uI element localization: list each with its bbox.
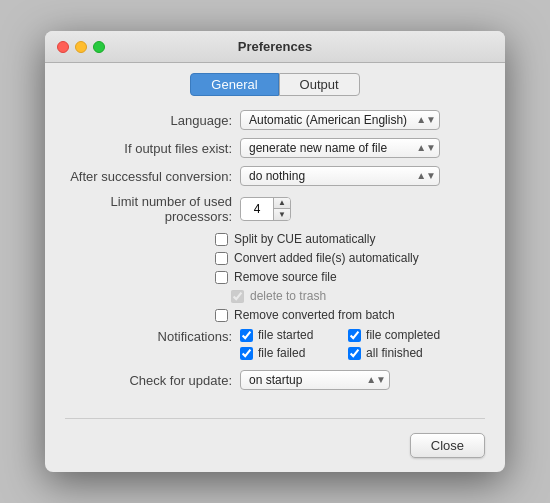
tab-general[interactable]: General	[190, 73, 278, 96]
notif-file-started: file started	[240, 328, 332, 342]
after-conversion-row: After successful conversion: do nothing …	[65, 166, 485, 186]
remove-source-checkbox[interactable]	[215, 271, 228, 284]
remove-batch-checkbox[interactable]	[215, 309, 228, 322]
split-cue-checkbox[interactable]	[215, 233, 228, 246]
notif-file-started-checkbox[interactable]	[240, 329, 253, 342]
split-cue-row: Split by CUE automatically	[215, 232, 485, 246]
update-row: Check for update: on startup never daily…	[65, 370, 485, 390]
traffic-lights	[57, 41, 105, 53]
delete-trash-checkbox[interactable]	[231, 290, 244, 303]
processors-decrement[interactable]: ▼	[274, 209, 290, 220]
notifications-section: Notifications: file started file complet…	[65, 328, 485, 360]
language-label: Language:	[65, 113, 240, 128]
language-select[interactable]: Automatic (American English) English Ger…	[240, 110, 440, 130]
preferences-window: Preferences General Output Language: Aut…	[45, 31, 505, 472]
notif-file-completed-checkbox[interactable]	[348, 329, 361, 342]
notif-file-failed-label: file failed	[258, 346, 305, 360]
convert-added-label: Convert added file(s) automatically	[234, 251, 419, 265]
remove-source-row: Remove source file	[215, 270, 485, 284]
footer: Close	[45, 425, 505, 472]
minimize-traffic-light[interactable]	[75, 41, 87, 53]
update-select[interactable]: on startup never daily weekly	[240, 370, 390, 390]
split-cue-label: Split by CUE automatically	[234, 232, 375, 246]
processors-stepper: ▲ ▼	[273, 198, 290, 220]
convert-added-row: Convert added file(s) automatically	[215, 251, 485, 265]
update-select-wrapper: on startup never daily weekly ▲▼	[240, 370, 390, 390]
output-files-label: If output files exist:	[65, 141, 240, 156]
after-conversion-label: After successful conversion:	[65, 169, 240, 184]
processors-input[interactable]: 4	[241, 200, 273, 218]
notif-all-finished: all finished	[348, 346, 440, 360]
remove-batch-label: Remove converted from batch	[234, 308, 395, 322]
checkboxes-section: Split by CUE automatically Convert added…	[65, 232, 485, 322]
processors-input-wrapper: 4 ▲ ▼	[240, 197, 291, 221]
notif-file-completed: file completed	[348, 328, 440, 342]
conversion-select-wrapper: do nothing open reveal in Finder ▲▼	[240, 166, 440, 186]
title-bar: Preferences	[45, 31, 505, 63]
remove-source-label: Remove source file	[234, 270, 337, 284]
after-conversion-select[interactable]: do nothing open reveal in Finder	[240, 166, 440, 186]
delete-trash-label: delete to trash	[250, 289, 326, 303]
close-button[interactable]: Close	[410, 433, 485, 458]
notifications-label: Notifications:	[65, 328, 240, 344]
output-files-select[interactable]: generate new name of file overwrite skip…	[240, 138, 440, 158]
footer-separator	[65, 418, 485, 419]
preferences-content: Language: Automatic (American English) E…	[45, 102, 505, 412]
notif-file-failed-checkbox[interactable]	[240, 347, 253, 360]
tab-output[interactable]: Output	[279, 73, 360, 96]
notif-all-finished-checkbox[interactable]	[348, 347, 361, 360]
notifications-grid: file started file completed file failed …	[240, 328, 440, 360]
notif-file-failed: file failed	[240, 346, 332, 360]
notif-file-started-label: file started	[258, 328, 313, 342]
tabs-bar: General Output	[45, 63, 505, 102]
notif-file-completed-label: file completed	[366, 328, 440, 342]
delete-trash-row: delete to trash	[215, 289, 485, 303]
update-label: Check for update:	[65, 373, 240, 388]
processors-row: Limit number of used processors: 4 ▲ ▼	[65, 194, 485, 224]
processors-label: Limit number of used processors:	[65, 194, 240, 224]
window-title: Preferences	[238, 39, 312, 54]
close-traffic-light[interactable]	[57, 41, 69, 53]
convert-added-checkbox[interactable]	[215, 252, 228, 265]
maximize-traffic-light[interactable]	[93, 41, 105, 53]
language-select-wrapper: Automatic (American English) English Ger…	[240, 110, 440, 130]
output-files-row: If output files exist: generate new name…	[65, 138, 485, 158]
remove-batch-row: Remove converted from batch	[215, 308, 485, 322]
output-select-wrapper: generate new name of file overwrite skip…	[240, 138, 440, 158]
notif-all-finished-label: all finished	[366, 346, 423, 360]
processors-increment[interactable]: ▲	[274, 198, 290, 209]
language-row: Language: Automatic (American English) E…	[65, 110, 485, 130]
